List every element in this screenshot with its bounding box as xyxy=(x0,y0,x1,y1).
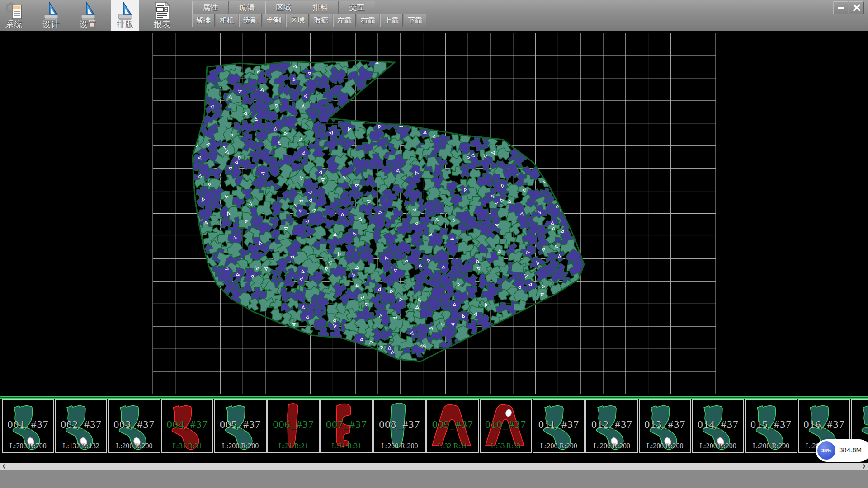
piece-thumbnail-13[interactable]: 013_#37L:200 R:200 xyxy=(639,399,691,453)
piece-counts: L:31 R:31 xyxy=(321,442,372,450)
minimize-icon xyxy=(837,6,844,9)
system-icon xyxy=(5,1,23,20)
piece-name: 008_#37 xyxy=(374,418,425,431)
piece-counts: L:33 R:33 xyxy=(481,442,531,450)
progress-circle: 38% xyxy=(817,441,835,460)
piece-name: 014_#37 xyxy=(693,418,743,431)
piece-thumbnail-8[interactable]: 008_#37L:200 R:200 xyxy=(373,399,426,453)
mode-button-label: 排版 xyxy=(111,19,139,30)
pieces-strip: 001_#37L:700 R:700002_#37L:132 R:132003_… xyxy=(0,399,868,463)
piece-name: 010_#37 xyxy=(481,418,531,431)
close-icon xyxy=(853,4,860,11)
tool-button-9[interactable]: 上靠 xyxy=(380,14,403,27)
piece-name: 006_#37 xyxy=(268,418,319,431)
piece-thumbnail-4[interactable]: 004_#37L:31 R:31 xyxy=(161,399,213,453)
piece-counts: L:200 R:200 xyxy=(586,442,637,450)
memory-badge[interactable]: 38% 384.8M xyxy=(816,439,868,462)
tool-button-8[interactable]: 右靠 xyxy=(357,14,379,27)
piece-name: 001_#37 xyxy=(3,418,53,431)
piece-thumbnail-6[interactable]: 006_#37L:21 R:21 xyxy=(267,399,320,453)
piece-thumbnail-15[interactable]: 015_#37L:200 R:200 xyxy=(745,399,797,453)
report-icon xyxy=(153,1,171,20)
mode-button-report[interactable]: 报表 xyxy=(148,0,176,31)
menu-tab-1[interactable]: 属性 xyxy=(192,1,229,14)
piece-thumbnail-11[interactable]: 011_#37L:200 R:200 xyxy=(533,399,585,453)
piece-name: 011_#37 xyxy=(533,418,584,431)
menu-tab-3[interactable]: 区域 xyxy=(265,1,302,14)
piece-counts: L:200 R:200 xyxy=(533,442,584,450)
piece-name: 016_#37 xyxy=(799,418,849,431)
piece-counts: L:700 R:700 xyxy=(3,442,53,450)
piece-counts: L:32 R:31 xyxy=(427,442,478,450)
piece-thumbnail-10[interactable]: 010_#37L:33 R:33 xyxy=(480,399,532,453)
mode-button-label: 报表 xyxy=(148,19,176,30)
piece-thumbnail-12[interactable]: 012_#37L:200 R:200 xyxy=(585,399,638,453)
piece-thumbnail-7[interactable]: 007_#37L:31 R:31 xyxy=(320,399,373,453)
toolbar: 系统设计设置排版报表 属性编辑区域排料交互 聚排相机选割全割区域瑕疵左靠右靠上靠… xyxy=(0,0,868,31)
mode-button-label: 系统 xyxy=(0,19,28,30)
piece-counts: L:200 R:200 xyxy=(746,442,797,450)
tool-button-7[interactable]: 左靠 xyxy=(333,14,356,27)
tool-button-3[interactable]: 选割 xyxy=(239,14,262,27)
piece-thumbnail-14[interactable]: 014_#37L:200 R:200 xyxy=(692,399,744,453)
tool-button-row: 聚排相机选割全割区域瑕疵左靠右靠上靠下靠 xyxy=(192,14,427,27)
piece-name: 013_#37 xyxy=(640,418,690,431)
mode-button-design[interactable]: 设计 xyxy=(37,0,65,31)
menu-tab-5[interactable]: 交互 xyxy=(339,1,375,14)
separator-line xyxy=(0,396,868,399)
mode-button-system[interactable]: 系统 xyxy=(0,0,28,31)
piece-name: 0 xyxy=(852,418,868,431)
piece-thumbnail-9[interactable]: 009_#37L:32 R:31 xyxy=(426,399,479,453)
tool-button-1[interactable]: 聚排 xyxy=(192,14,215,27)
tool-button-2[interactable]: 相机 xyxy=(216,14,238,27)
menu-tab-4[interactable]: 排料 xyxy=(302,1,339,14)
piece-name: 005_#37 xyxy=(215,418,266,431)
tool-button-4[interactable]: 全割 xyxy=(263,14,285,27)
piece-name: 002_#37 xyxy=(56,418,106,431)
tool-button-6[interactable]: 瑕疵 xyxy=(310,14,332,27)
layout-icon xyxy=(116,1,134,20)
piece-counts: L:132 R:132 xyxy=(56,442,106,450)
piece-thumbnail-5[interactable]: 005_#37L:200 R:200 xyxy=(214,399,267,453)
minimize-button[interactable] xyxy=(833,1,848,14)
piece-name: 015_#37 xyxy=(746,418,797,431)
piece-counts: L:200 R:200 xyxy=(374,442,425,450)
tool-button-10[interactable]: 下靠 xyxy=(404,14,426,27)
piece-counts: L:200 R:200 xyxy=(215,442,266,450)
piece-thumbnail-1[interactable]: 001_#37L:700 R:700 xyxy=(2,399,54,453)
nesting-layout-drawing xyxy=(0,31,868,396)
piece-name: 007_#37 xyxy=(321,418,372,431)
app-window: 系统设计设置排版报表 属性编辑区域排料交互 聚排相机选割全割区域瑕疵左靠右靠上靠… xyxy=(0,0,868,488)
piece-counts: L:21 R:21 xyxy=(268,442,319,450)
nesting-canvas[interactable] xyxy=(0,31,868,396)
piece-thumbnail-2[interactable]: 002_#37L:132 R:132 xyxy=(55,399,107,453)
tool-button-5[interactable]: 区域 xyxy=(286,14,309,27)
piece-name: 003_#37 xyxy=(109,418,160,431)
mode-button-settings[interactable]: 设置 xyxy=(74,0,102,31)
piece-name: 009_#37 xyxy=(427,418,478,431)
status-bar xyxy=(0,470,868,488)
mode-button-label: 设计 xyxy=(37,19,65,30)
piece-thumbnail-3[interactable]: 003_#37L:200 R:200 xyxy=(108,399,160,453)
design-icon xyxy=(42,1,60,20)
piece-counts: L:200 R:200 xyxy=(640,442,690,450)
settings-icon xyxy=(79,1,97,20)
piece-counts: L:200 R:200 xyxy=(693,442,743,450)
mode-button-label: 设置 xyxy=(74,19,102,30)
menu-tab-2[interactable]: 编辑 xyxy=(229,1,265,14)
piece-counts: L:31 R:31 xyxy=(162,442,212,450)
piece-name: 004_#37 xyxy=(162,418,212,431)
menu-tab-row: 属性编辑区域排料交互 xyxy=(192,1,375,13)
mode-button-layout[interactable]: 排版 xyxy=(111,0,139,31)
memory-value: 384.8M xyxy=(839,446,862,454)
horizontal-scrollbar[interactable] xyxy=(0,463,868,470)
close-button[interactable] xyxy=(849,1,864,14)
piece-counts: L:200 R:200 xyxy=(109,442,160,450)
piece-name: 012_#37 xyxy=(586,418,637,431)
